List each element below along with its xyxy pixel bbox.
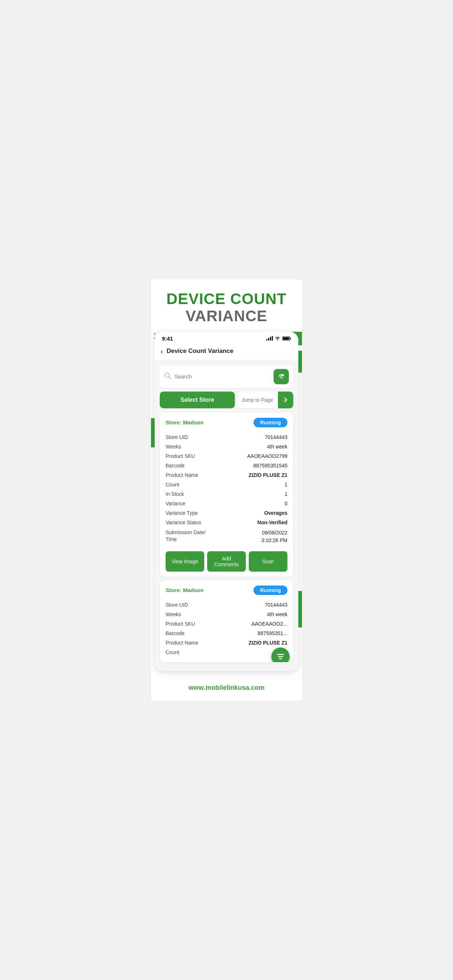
card2-weeks-row: Weeks 4th week: [166, 609, 287, 619]
card1-weeks-label: Weeks: [166, 444, 181, 450]
card1-variance-type-row: Variance Type Overages: [166, 508, 287, 518]
card2-sku-value: AAOEAAOO2...: [251, 621, 287, 627]
card2-sku-row: Product SKU AAOEAAOO2...: [166, 619, 287, 628]
jump-arrow-button[interactable]: [278, 391, 293, 408]
search-icon: [164, 372, 171, 381]
card1-variance-value: 0: [284, 501, 287, 506]
svg-line-81: [169, 377, 171, 379]
svg-rect-74: [270, 337, 271, 340]
app-title-line2: VARIANCE: [158, 308, 295, 325]
nav-title: Device Count Variance: [167, 347, 233, 355]
card1-in-stock-value: 1: [284, 491, 287, 497]
select-store-button[interactable]: Select Store: [160, 391, 235, 408]
card1-submission-value: 09/08/2022 3:10:26 PM: [261, 529, 287, 544]
card2-weeks-value: 4th week: [267, 611, 287, 617]
card1-in-stock-label: In Stock: [166, 491, 184, 497]
search-input[interactable]: [174, 373, 271, 380]
card2-product-name-label: Product Name: [166, 640, 198, 646]
card1-store-label: Store: Madson: [166, 419, 204, 425]
card1-barcode-row: Barcode 887595351545: [166, 461, 287, 470]
footer-url: www.mobilelinkusa.com: [188, 684, 265, 691]
svg-rect-78: [290, 338, 291, 339]
card1-barcode-value: 887595351545: [254, 463, 287, 468]
card2-barcode-label: Barcode: [166, 630, 185, 636]
card1-store-uid-value: 70144443: [265, 434, 287, 440]
card1-count-row: Count 1: [166, 480, 287, 489]
card1-status-badge: Running: [254, 418, 287, 427]
chevron-right-icon: [283, 398, 288, 402]
svg-rect-75: [272, 336, 273, 340]
svg-rect-79: [283, 337, 289, 340]
card2-store-uid-label: Store UID: [166, 602, 188, 608]
status-icons: [266, 336, 291, 340]
card1-sku-value: AAOEAAOO2799: [247, 453, 287, 459]
card1-product-name-row: Product Name ZIZIO PLUSE Z1: [166, 470, 287, 480]
card1-variance-status-row: Variance Status Non-Verified: [166, 518, 287, 527]
card2-count-label: Count: [166, 649, 179, 655]
jump-to-page-row: [238, 391, 293, 408]
card1-variance-status-value: Non-Verified: [257, 520, 287, 525]
card2-weeks-label: Weeks: [166, 611, 181, 617]
card1-weeks-row: Weeks 4th week: [166, 442, 287, 451]
card1-variance-type-value: Overages: [264, 510, 287, 516]
phone-mockup: 9:41: [155, 332, 298, 671]
card1-submission-label: Submission Date/Time: [166, 529, 206, 543]
card2-barcode-row: Barcode 887595351...: [166, 628, 287, 638]
card1-sku-label: Product SKU: [166, 453, 195, 459]
card1-barcode-label: Barcode: [166, 463, 185, 468]
record-card-2: Store: Madson Running Store UID 70144443…: [160, 581, 293, 662]
refresh-button[interactable]: [274, 369, 289, 384]
card1-variance-label: Variance: [166, 501, 185, 506]
svg-rect-72: [266, 339, 267, 340]
status-time: 9:41: [162, 336, 173, 342]
card1-actions: View Image Add Comments Scan: [166, 551, 287, 572]
action-row: Select Store: [160, 391, 293, 408]
view-image-button[interactable]: View Image: [166, 551, 204, 572]
card1-header: Store: Madson Running: [166, 418, 287, 427]
svg-rect-73: [268, 338, 269, 340]
svg-point-80: [165, 373, 169, 377]
signal-icon: [266, 336, 273, 340]
battery-icon: [282, 336, 291, 340]
status-bar: 9:41: [155, 332, 298, 344]
svg-point-56: [153, 333, 156, 336]
card1-count-value: 1: [284, 482, 287, 487]
card1-variance-status-label: Variance Status: [166, 520, 201, 525]
card1-store-uid-label: Store UID: [166, 434, 188, 440]
card2-count-row: Count 1: [166, 648, 287, 657]
content-area: Select Store Store: Madson Running: [155, 360, 298, 671]
search-bar: [160, 365, 293, 388]
card2-store-uid-value: 70144443: [265, 602, 287, 608]
card1-sku-row: Product SKU AAOEAAOO2799: [166, 451, 287, 461]
card2-store-uid-row: Store UID 70144443: [166, 600, 287, 609]
refresh-icon: [278, 373, 285, 380]
card2-status-badge: Running: [254, 585, 287, 595]
card2-store-label: Store: Madson: [166, 587, 204, 593]
card1-product-name-label: Product Name: [166, 472, 198, 478]
app-title-line1: DEVICE COUNT: [158, 291, 295, 307]
card1-weeks-value: 4th week: [267, 444, 287, 450]
footer: www.mobilelinkusa.com: [151, 678, 302, 700]
card2-sku-label: Product SKU: [166, 621, 195, 627]
wifi-icon: [274, 336, 281, 340]
add-comments-button[interactable]: Add Comments: [207, 551, 246, 572]
card2-product-name-value: ZIZIO PLUSE Z1: [248, 640, 287, 646]
app-header: DEVICE COUNT VARIANCE: [151, 280, 302, 331]
back-button[interactable]: ‹: [161, 347, 163, 355]
card2-product-name-row: Product Name ZIZIO PLUSE Z1: [166, 638, 287, 648]
card1-submission-row: Submission Date/Time 09/08/2022 3:10:26 …: [166, 527, 287, 546]
card1-variance-type-label: Variance Type: [166, 510, 198, 516]
card1-store-uid-row: Store UID 70144443: [166, 433, 287, 442]
card1-count-label: Count: [166, 482, 179, 487]
card1-in-stock-row: In Stock 1: [166, 489, 287, 499]
card1-product-name-value: ZIZIO PLUSE Z1: [248, 472, 287, 478]
jump-to-page-input[interactable]: [238, 393, 278, 407]
record-card-1: Store: Madson Running Store UID 70144443…: [160, 413, 293, 577]
filter-icon: [276, 652, 284, 660]
nav-bar: ‹ Device Count Variance: [155, 344, 298, 360]
card1-variance-row: Variance 0: [166, 499, 287, 508]
card2-header: Store: Madson Running: [166, 585, 287, 595]
svg-point-76: [277, 339, 278, 340]
scan-button[interactable]: Scan: [249, 551, 287, 572]
card2-barcode-value: 887595351...: [257, 630, 287, 636]
